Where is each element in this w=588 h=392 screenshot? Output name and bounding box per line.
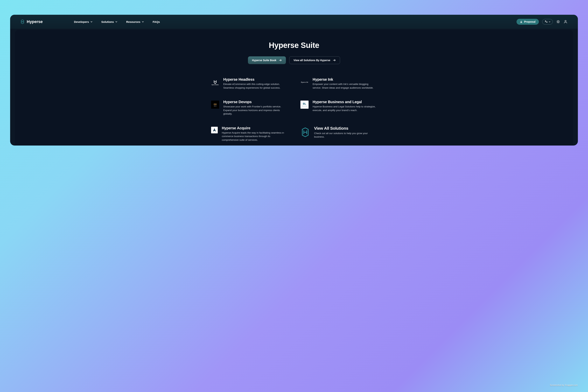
proposal-button[interactable]: Proposal [516,19,539,25]
card-devops[interactable]: DEVOPS Hyperse Devops Showcase your work… [211,100,288,116]
card-ink[interactable]: Hyperse Ink Hyperse Ink Empower your con… [300,77,377,90]
nav-resources[interactable]: Resources [126,20,144,24]
card-description: Hyperse Business and Legal Solutions hel… [312,105,377,112]
card-headless[interactable]: Hyperse Headless Hyperse Headless Elevat… [211,77,288,90]
app-window: Hyperse Developers Solutions Resources F… [10,15,578,146]
card-description: Showcase your work with Frontier's portf… [223,105,288,116]
svg-text:Business & Legal: Business & Legal [302,106,307,106]
svg-point-1 [565,20,566,22]
download-icon [520,20,522,23]
header: Hyperse Developers Solutions Resources F… [10,15,578,29]
button-label: View all Solutions By Hyperse [294,59,330,62]
card-business-legal[interactable]: BL Business & Legal Hyperse Business and… [300,100,377,116]
brand-name: Hyperse [27,19,43,24]
card-description: Empower your content with Ink's versatil… [312,82,377,90]
theme-toggle-button[interactable] [556,20,560,24]
card-title: Hyperse Acquire [222,126,288,130]
svg-text:BL: BL [303,102,306,105]
attribution-text: Screenshot by Xnapper.com [550,384,578,386]
chevron-down-icon [115,21,117,23]
arrow-right-icon [279,59,282,62]
brand[interactable]: Hyperse [20,19,43,24]
view-all-solutions-button[interactable]: View all Solutions By Hyperse [289,56,340,64]
nav-label: Developers [74,20,89,24]
main-nav: Developers Solutions Resources FAQs [74,20,509,24]
card-title: Hyperse Devops [223,100,288,104]
hero-actions: Hyperse Suite Book View all Solutions By… [32,56,556,64]
nav-label: Resources [126,20,140,24]
business-legal-icon: BL Business & Legal [300,100,308,109]
chevron-down-icon [90,21,92,23]
card-acquire[interactable]: Hyperse Acquire Hyperse Acquire leads th… [211,126,288,142]
acquire-icon [211,127,218,133]
svg-text:DEVOPS: DEVOPS [214,106,217,106]
proposal-label: Proposal [524,20,536,23]
nav-solutions[interactable]: Solutions [101,20,117,24]
card-description: Elevate eCommerce with this cutting-edge… [223,82,288,90]
svg-point-4 [214,104,215,105]
main-content: Hyperse Suite Hyperse Suite Book View al… [15,30,573,146]
nav-label: Solutions [101,20,114,24]
svg-text:Hyperse Ink: Hyperse Ink [301,82,308,83]
nav-developers[interactable]: Developers [74,20,92,24]
nav-label: FAQs [153,20,160,24]
devops-icon: DEVOPS [211,100,219,109]
page-title: Hyperse Suite [32,41,556,50]
ink-icon: Hyperse Ink [300,78,308,86]
hyperse-logo-icon [300,127,310,138]
header-actions: Proposal [516,19,568,25]
card-title: View All Solutions [314,126,377,131]
svg-text:Hyperse Headless: Hyperse Headless [212,84,219,85]
card-description: Check out all our solutions to help you … [314,132,377,139]
chevron-down-icon [549,21,550,23]
card-view-all[interactable]: View All Solutions Check out all our sol… [300,126,377,142]
svg-point-0 [558,21,559,22]
brand-logo-icon [20,19,24,24]
sun-icon [556,20,560,24]
language-button[interactable] [542,19,553,24]
card-title: Hyperse Ink [312,77,377,82]
card-title: Hyperse Business and Legal [312,100,377,104]
headless-icon: Hyperse Headless [211,78,219,86]
arrow-right-icon [333,59,336,62]
chevron-down-icon [142,21,144,23]
card-description: Hyperse Acquire leads the way in facilit… [222,131,288,142]
solutions-grid: Hyperse Headless Hyperse Headless Elevat… [211,77,377,142]
button-label: Hyperse Suite Book [252,59,276,62]
translate-icon [544,20,548,24]
svg-point-5 [215,104,216,105]
user-account-button[interactable] [564,20,568,24]
user-icon [564,20,568,24]
suite-book-button[interactable]: Hyperse Suite Book [248,56,286,64]
card-title: Hyperse Headless [223,77,288,82]
nav-faqs[interactable]: FAQs [153,20,160,24]
